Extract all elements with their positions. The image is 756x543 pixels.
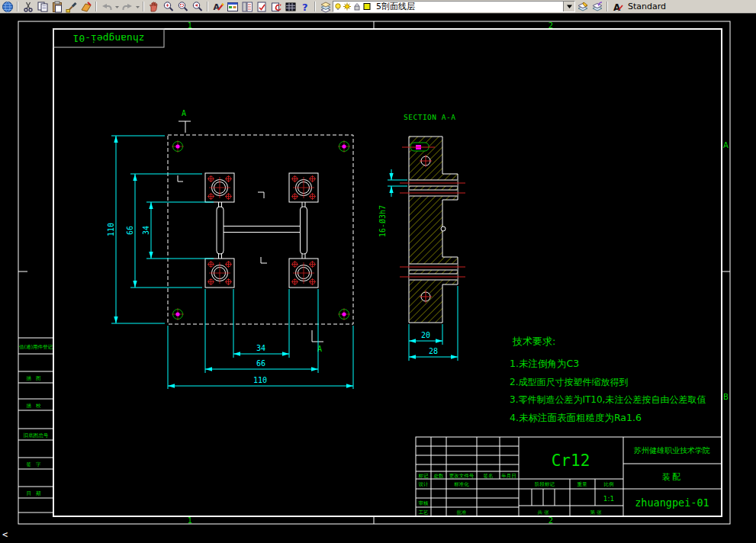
label-sheets: 共 张 [537, 509, 549, 516]
section-title: SECTION A-A [404, 113, 455, 121]
section-view: SECTION A-A [378, 113, 465, 361]
copy-button[interactable] [35, 1, 50, 12]
zoom-previous-button[interactable] [190, 1, 204, 12]
label-sign: 签名 [484, 473, 494, 479]
zone-letter: A [723, 141, 729, 149]
drawing-canvas[interactable]: 1 2 1 2 A B zhuangpei-01 借(通)用件登记 描图 描校 … [0, 0, 756, 543]
paintbrush-icon [66, 1, 78, 13]
margin-cell-label: 借(通)用件登记 [19, 344, 53, 350]
separator [314, 2, 316, 11]
dim-66v: 66 [126, 226, 134, 235]
separator [606, 2, 608, 11]
match-properties-button[interactable] [64, 1, 79, 12]
clipboard-icon [51, 1, 63, 13]
tool-palettes-button[interactable] [240, 1, 254, 12]
layer-combo[interactable]: 5剖面线层 [333, 1, 575, 12]
make-layer-current-button[interactable] [575, 1, 590, 12]
table-button[interactable] [283, 1, 298, 12]
chevron-down-icon [567, 4, 572, 9]
layer-previous-button[interactable] [590, 1, 604, 12]
tech-title: 技术要求: [512, 336, 555, 347]
tool-palettes-icon [241, 1, 253, 13]
help-button[interactable]: ? [298, 1, 312, 12]
copy-icon [37, 1, 49, 13]
dim-16-d3h7: 16-Ø3h7 [378, 205, 387, 237]
label-weight: 重量 [577, 481, 588, 487]
label-count: 处数 [434, 473, 445, 479]
globe-button[interactable] [0, 1, 14, 12]
plan-view: A A 110 66 34 34 [107, 109, 353, 389]
label-page: 第 张 [590, 509, 602, 516]
page-refresh-icon [270, 1, 282, 13]
zone-number: 1 [188, 21, 192, 30]
margin-cell-label: 描校 [27, 403, 46, 409]
company-name: 苏州健雄职业技术学院 [633, 446, 710, 455]
margin-column: 借(通)用件登记 描图 描校 旧底图总号 签字 日期 [18, 338, 53, 512]
pan-hand-icon [148, 1, 160, 13]
layer-combo-dropdown[interactable] [563, 2, 574, 11]
help-icon: ? [299, 1, 311, 13]
tech-item: 4.未标注面表面粗糙度为Ra1.6 [510, 412, 642, 423]
layer-combo-value: 5剖面线层 [376, 1, 563, 12]
label-approve: 批准 [457, 509, 468, 516]
text-style-button[interactable]: A [610, 1, 625, 12]
text-style-value[interactable]: Standard [628, 2, 666, 11]
dimensions-left: 110 66 34 [107, 136, 214, 323]
dimensions-bottom: 34 66 110 [168, 289, 353, 389]
edit-polyline-icon [80, 1, 92, 13]
designcenter-button[interactable] [225, 1, 240, 12]
zoom-realtime-button[interactable] [161, 1, 175, 12]
markup-button[interactable] [254, 1, 269, 12]
text-style-icon: A [612, 1, 624, 13]
label-audit: 审核 [419, 500, 429, 506]
dim-28: 28 [429, 347, 438, 355]
cut-button[interactable] [21, 1, 35, 12]
svg-text:A: A [213, 2, 220, 12]
separator [207, 2, 208, 11]
undo-dropdown[interactable] [114, 1, 120, 12]
undo-button[interactable] [99, 1, 114, 12]
globe-icon [2, 1, 14, 13]
h-connector [217, 202, 307, 259]
zone-number: 2 [549, 21, 553, 30]
markup-check-icon [256, 1, 268, 13]
tech-item: 3.零件制造公差为IT10,未注公差按自由公差取值 [510, 394, 706, 405]
label-standard: 标准化 [453, 481, 469, 487]
drawing-number: zhuangpei-01 [635, 496, 709, 509]
layer-manager-button[interactable] [318, 1, 333, 12]
stamp-text: zhuangpei-01 [73, 33, 145, 44]
redo-dropdown[interactable] [134, 1, 140, 12]
redo-arrow-icon [121, 1, 134, 13]
chevron-down-icon [114, 1, 120, 13]
section-profile [409, 137, 458, 323]
pan-button[interactable] [146, 1, 161, 12]
dimension-holes: 16-Ø3h7 [378, 169, 407, 237]
chevron-down-icon [135, 1, 140, 13]
dim-110v: 110 [107, 223, 115, 236]
redo-button[interactable] [120, 1, 134, 12]
dim-66h: 66 [256, 359, 265, 368]
zone-number: 1 [188, 516, 192, 525]
command-prompt[interactable]: < [2, 529, 8, 540]
paste-button[interactable] [50, 1, 64, 12]
magnifier-plus-icon [162, 1, 175, 13]
separator [95, 2, 97, 11]
cut-label: A [182, 109, 186, 117]
label-date: 年月日 [501, 473, 516, 479]
label-mark: 标记 [418, 473, 429, 479]
margin-cell-label: 描图 [27, 375, 46, 381]
svg-text:A: A [613, 2, 621, 12]
etransmit-button[interactable] [269, 1, 283, 12]
tech-item: 2.成型面尺寸按塑件缩放得到 [510, 377, 628, 387]
dim-34v: 34 [142, 226, 150, 235]
separator [143, 2, 144, 11]
label-craft: 工艺 [419, 509, 429, 516]
cad-window: A ? 5剖面线层 A Standard [0, 0, 756, 543]
find-button[interactable]: A [211, 1, 225, 12]
zoom-window-button[interactable] [175, 1, 190, 12]
edit-button[interactable] [79, 1, 93, 12]
margin-cell-label: 日期 [27, 490, 46, 496]
label-stage: 阶段标记 [535, 481, 555, 487]
find-icon: A [212, 1, 224, 13]
margin-cell-label: 旧底图总号 [24, 432, 49, 439]
